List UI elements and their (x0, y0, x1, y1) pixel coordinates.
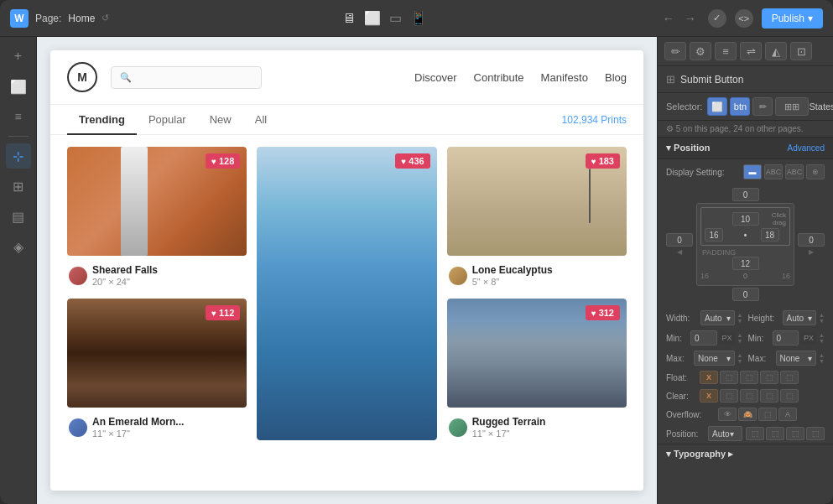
nav-contribute[interactable]: Contribute (474, 71, 524, 84)
selector-edit-btn[interactable]: ✏ (752, 97, 773, 116)
gear-small-icon: ⚙ (666, 124, 674, 133)
panel-layers-icon[interactable]: ◭ (765, 42, 787, 60)
min-height-input[interactable]: 0 (773, 330, 799, 346)
nav-discover[interactable]: Discover (414, 71, 457, 84)
nav-manifesto[interactable]: Manifesto (541, 71, 588, 84)
pos-center-top[interactable]: 10 (732, 212, 759, 226)
height-select[interactable]: Auto ▾ (783, 310, 817, 325)
tab-new[interactable]: New (198, 105, 243, 134)
panel-pen-icon[interactable]: ✏ (664, 42, 686, 60)
tab-all[interactable]: All (243, 105, 279, 134)
panel-icon-group-left: ✏ ⚙ ≡ ⇌ ◭ ⊡ (664, 42, 812, 60)
print-card-mountain[interactable]: ♥ 436 A Long Winter 20" × 24" (257, 147, 436, 440)
position-select[interactable]: Auto ▾ (708, 426, 742, 441)
pos-bottom-input[interactable]: 0 (732, 288, 759, 301)
clear-extra-button[interactable]: ⬚ (780, 389, 799, 403)
width-up-arrow[interactable]: ▲ (737, 312, 743, 318)
publish-button[interactable]: Publish ▾ (762, 8, 823, 29)
top-bar: W Page: Home ↺ 🖥 ⬜ ▭ 📱 ← → ✓ <> Publish … (0, 0, 833, 37)
pos-center-bottom[interactable]: 12 (732, 257, 759, 270)
pos-right-input[interactable]: 0 (798, 233, 825, 247)
float-left-button[interactable]: ⬚ (720, 371, 738, 384)
position-btn-2[interactable]: ⬚ (766, 427, 784, 440)
clear-both-button[interactable]: ⬚ (760, 389, 778, 403)
position-btn-1[interactable]: ⬚ (746, 427, 764, 440)
tab-trending[interactable]: Trending (67, 105, 137, 134)
pos-center-right[interactable]: 18 (761, 228, 779, 242)
code-icon[interactable]: <> (735, 9, 753, 28)
pos-left-arrow[interactable]: ◀ (677, 248, 682, 256)
pos-right-arrow[interactable]: ▶ (809, 248, 814, 256)
float-extra-button[interactable]: ⬚ (780, 371, 799, 384)
display-block-btn[interactable]: ▬ (743, 164, 762, 179)
max-width-select[interactable]: None ▾ (694, 351, 735, 366)
tablet-icon[interactable]: ⬜ (364, 10, 381, 26)
position-btn-4[interactable]: ⬚ (806, 427, 825, 440)
panel-list-icon[interactable]: ≡ (715, 42, 737, 60)
max-width-arrows[interactable]: ▲ ▼ (737, 352, 743, 364)
min-width-arrows[interactable]: ▲ ▼ (737, 332, 743, 344)
width-down-arrow[interactable]: ▼ (737, 318, 743, 324)
pos-left-input[interactable]: 0 (666, 233, 693, 247)
pos-bottom-row: 0 (666, 288, 825, 301)
clear-x-button[interactable]: X (700, 389, 718, 403)
typography-section[interactable]: ▾ Typography ▸ (658, 444, 833, 464)
width-select[interactable]: Auto ▾ (700, 310, 735, 325)
select-toolbar-button[interactable]: ⊹ (6, 143, 31, 169)
check-icon[interactable]: ✓ (708, 9, 726, 28)
min-height-arrows[interactable]: ▲ ▼ (819, 332, 825, 344)
float-center-button[interactable]: ⬚ (740, 371, 758, 384)
selector-grid-btn[interactable]: ⊞⊞ (775, 97, 809, 116)
layers-toolbar-button[interactable]: ≡ (6, 104, 31, 129)
position-btn-3[interactable]: ⬚ (786, 427, 804, 440)
panel-share-icon[interactable]: ⇌ (740, 42, 762, 60)
overflow-scroll-btn[interactable]: ⬚ (758, 408, 777, 421)
nav-forward-button[interactable]: → (681, 10, 700, 27)
nav-blog[interactable]: Blog (605, 71, 627, 84)
height-arrows[interactable]: ▲ ▼ (819, 312, 825, 324)
tab-popular[interactable]: Popular (137, 105, 198, 134)
float-right-button[interactable]: ⬚ (760, 371, 778, 384)
barcode-toolbar-button[interactable]: ▤ (6, 204, 31, 229)
clear-left-button[interactable]: ⬚ (720, 389, 738, 403)
panel-gear-icon[interactable]: ⚙ (690, 42, 711, 60)
mobile-icon[interactable]: 📱 (410, 10, 427, 26)
pos-top-input[interactable]: 0 (732, 188, 759, 201)
position-section-header[interactable]: ▾ Position Advanced (658, 138, 833, 159)
tablet-portrait-icon[interactable]: ▭ (389, 10, 402, 26)
nav-back-button[interactable]: ← (659, 10, 678, 27)
overflow-auto-btn[interactable]: A (778, 408, 797, 421)
panel-header-title: Submit Button (680, 74, 743, 86)
print-card-sheared-falls[interactable]: ♥ 128 Sheared Falls 20" × 24" (67, 147, 247, 288)
grid-toolbar-button[interactable]: ◈ (6, 234, 31, 259)
overflow-hide-btn[interactable]: 🙈 (738, 408, 757, 421)
overflow-eye-btn[interactable]: 👁 (718, 408, 737, 421)
print-card-emerald-morn[interactable]: ♥ 112 An Emerald Morn... 11" × 17" (67, 299, 247, 440)
add-toolbar-button[interactable]: + (6, 44, 31, 69)
print-card-rugged-terrain[interactable]: ♥ 312 Rugged Terrain 11" × 17" (447, 299, 627, 440)
display-inline-btn[interactable]: ABC (785, 164, 804, 179)
site-search[interactable]: 🔍 (111, 66, 262, 89)
selector-btn-btn[interactable]: btn (730, 97, 750, 116)
float-label: Float: (666, 373, 696, 382)
height-down-arrow[interactable]: ▼ (819, 318, 825, 324)
display-none-btn[interactable]: ⊗ (806, 164, 825, 179)
desktop-icon[interactable]: 🖥 (342, 11, 356, 26)
refresh-icon[interactable]: ↺ (102, 13, 109, 23)
clear-right-button[interactable]: ⬚ (740, 389, 758, 403)
min-width-input[interactable]: 0 (690, 330, 717, 346)
display-inline-block-btn[interactable]: ABC (764, 164, 783, 179)
pages-toolbar-button[interactable]: ⬜ (6, 74, 31, 99)
selector-desktop-btn[interactable]: ⬜ (707, 97, 727, 116)
panel-copy-icon[interactable]: ⊡ (790, 42, 812, 60)
advanced-label[interactable]: Advanced (788, 143, 825, 153)
float-x-button[interactable]: X (700, 371, 718, 384)
max-height-select[interactable]: None ▾ (776, 351, 817, 366)
component-toolbar-button[interactable]: ⊞ (6, 174, 31, 199)
max-height-arrows[interactable]: ▲ ▼ (819, 352, 825, 364)
print-card-lone-eucalyptus[interactable]: ♥ 183 Lone Eucalyptus 5" × 8" (447, 147, 627, 288)
width-arrows[interactable]: ▲ ▼ (737, 312, 743, 324)
pos-center-left[interactable]: 16 (705, 228, 723, 242)
states-dropdown[interactable]: States ▾ (809, 101, 833, 112)
height-up-arrow[interactable]: ▲ (819, 312, 825, 318)
